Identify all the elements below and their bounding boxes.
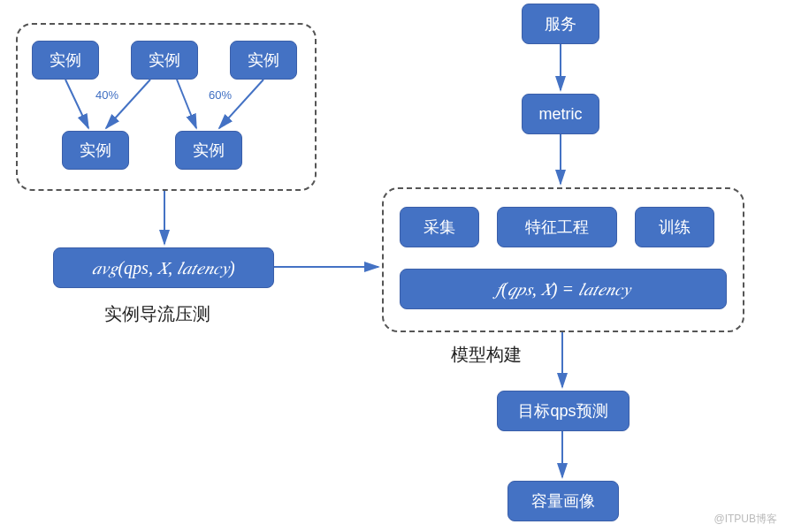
percent-label-40: 40% [95, 88, 118, 102]
feature-box: 特征工程 [497, 207, 617, 247]
collect-box: 采集 [400, 207, 479, 247]
avg-formula-box: 𝑎𝑣𝑔(qps, 𝑋, 𝑙𝑎𝑡𝑒𝑛𝑐𝑦) [53, 247, 274, 288]
service-box: 服务 [522, 4, 599, 44]
model-caption: 模型构建 [451, 343, 522, 367]
predict-box: 目标qps预测 [497, 391, 630, 431]
instance-box-5: 实例 [175, 131, 242, 170]
train-box: 训练 [635, 207, 714, 247]
metric-box: metric [522, 94, 599, 134]
instance-box-2: 实例 [131, 41, 198, 80]
formula-box: 𝑓(𝑞𝑝𝑠, 𝑋) = 𝑙𝑎𝑡𝑒𝑛𝑐𝑦 [400, 269, 727, 309]
percent-label-60: 60% [209, 88, 232, 102]
watermark: @ITPUB博客 [714, 512, 777, 527]
left-caption: 实例导流压测 [104, 302, 210, 326]
instance-box-3: 实例 [230, 41, 297, 80]
instance-box-4: 实例 [62, 131, 129, 170]
capacity-box: 容量画像 [507, 481, 619, 521]
instance-box-1: 实例 [32, 41, 99, 80]
